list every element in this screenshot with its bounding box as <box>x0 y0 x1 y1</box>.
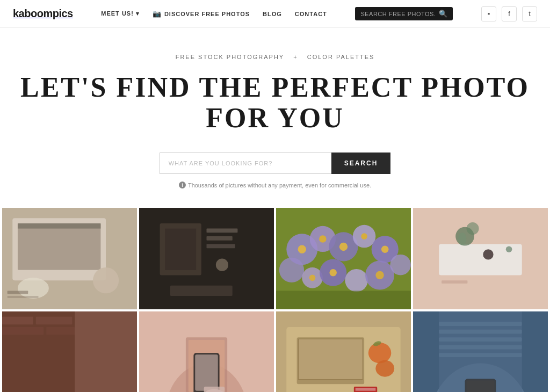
camera-icon: 📷 <box>153 10 162 18</box>
nav-contact[interactable]: CONTACT <box>295 11 327 17</box>
svg-rect-8 <box>139 208 274 309</box>
svg-point-62 <box>204 389 225 392</box>
social-links: ▪ f t <box>481 6 537 21</box>
svg-point-25 <box>345 269 367 292</box>
svg-rect-64 <box>276 311 411 392</box>
svg-point-24 <box>320 259 346 286</box>
svg-rect-3 <box>18 223 100 229</box>
facebook-icon: f <box>508 10 510 18</box>
svg-rect-11 <box>207 229 238 233</box>
header-search-input[interactable] <box>360 11 436 17</box>
svg-point-33 <box>309 275 316 281</box>
photo-cell-7[interactable] <box>276 311 411 392</box>
svg-point-40 <box>455 227 474 246</box>
nav-discover[interactable]: 📷 DISCOVER FREE PHOTOS <box>153 10 250 18</box>
svg-rect-16 <box>276 208 411 309</box>
svg-point-35 <box>375 271 383 279</box>
main-nav: MEET US! 📷 DISCOVER FREE PHOTOS BLOG CON… <box>101 10 327 18</box>
svg-point-44 <box>506 246 512 253</box>
svg-point-22 <box>279 258 304 282</box>
svg-rect-81 <box>439 353 522 357</box>
twitter-icon: t <box>529 10 531 18</box>
svg-rect-79 <box>439 337 522 342</box>
svg-rect-50 <box>36 316 73 324</box>
svg-rect-83 <box>466 380 494 392</box>
svg-rect-66 <box>297 337 365 384</box>
svg-point-26 <box>365 261 394 290</box>
svg-rect-78 <box>439 329 522 333</box>
svg-point-42 <box>458 233 466 245</box>
svg-rect-63 <box>204 387 225 392</box>
hero-search-button[interactable]: SEARCH <box>331 153 391 174</box>
svg-rect-9 <box>160 223 201 275</box>
svg-rect-56 <box>139 311 274 392</box>
photo-cell-5[interactable] <box>2 311 137 392</box>
svg-point-30 <box>339 243 348 251</box>
svg-point-75 <box>429 363 532 392</box>
svg-point-31 <box>361 234 367 240</box>
svg-rect-76 <box>439 311 522 392</box>
svg-rect-68 <box>299 339 363 379</box>
svg-rect-38 <box>413 208 548 309</box>
nav-blog[interactable]: BLOG <box>263 11 282 17</box>
svg-point-28 <box>298 245 306 253</box>
svg-rect-39 <box>439 244 522 275</box>
svg-point-69 <box>368 343 391 364</box>
svg-rect-48 <box>75 311 137 392</box>
svg-point-32 <box>381 246 389 253</box>
svg-rect-6 <box>8 291 28 294</box>
svg-rect-1 <box>12 219 106 281</box>
photo-cell-2[interactable] <box>139 208 274 309</box>
hero-search-input[interactable] <box>160 153 331 174</box>
svg-point-43 <box>483 250 493 260</box>
site-header: kaboompics MEET US! 📷 DISCOVER FREE PHOT… <box>0 0 550 28</box>
svg-point-27 <box>390 255 411 275</box>
svg-rect-60 <box>193 353 219 392</box>
hero-search-form: SEARCH <box>11 153 539 174</box>
hero-section: FREE STOCK PHOTOGRAPHY + COLOR PALETTES … <box>0 28 550 208</box>
svg-rect-84 <box>413 311 548 392</box>
svg-rect-36 <box>276 291 411 309</box>
svg-point-4 <box>93 267 119 293</box>
svg-rect-59 <box>189 340 225 392</box>
logo-text: kaboompics <box>13 8 73 19</box>
photo-cell-3[interactable] <box>276 208 411 309</box>
svg-rect-15 <box>170 286 233 296</box>
svg-rect-47 <box>2 311 75 392</box>
svg-rect-10 <box>165 229 196 270</box>
svg-rect-58 <box>186 337 227 392</box>
twitter-link[interactable]: t <box>522 6 537 21</box>
svg-rect-52 <box>46 327 75 335</box>
svg-point-29 <box>319 236 327 243</box>
photo-cell-4[interactable] <box>413 208 548 309</box>
svg-rect-65 <box>286 327 400 392</box>
svg-rect-49 <box>2 316 33 324</box>
instagram-icon: ▪ <box>488 10 490 18</box>
svg-rect-45 <box>442 281 467 284</box>
photo-grid <box>0 208 550 392</box>
hero-note: i Thousands of pictures without any paym… <box>11 182 539 188</box>
svg-rect-73 <box>356 388 376 391</box>
svg-rect-37 <box>413 208 548 309</box>
svg-rect-0 <box>2 208 137 309</box>
svg-point-23 <box>302 267 323 288</box>
svg-rect-12 <box>207 236 233 241</box>
header-search-bar: 🔍 <box>355 7 453 20</box>
logo[interactable]: kaboompics <box>13 8 73 20</box>
svg-rect-82 <box>465 379 496 392</box>
nav-meet-us[interactable]: MEET US! <box>101 10 140 17</box>
photo-cell-8[interactable] <box>413 311 548 392</box>
facebook-link[interactable]: f <box>502 6 517 21</box>
svg-rect-46 <box>2 311 137 392</box>
svg-point-41 <box>466 222 479 235</box>
photo-cell-1[interactable] <box>2 208 137 309</box>
hero-title: LET'S FIND THE PERFECT PHOTO FOR YOU <box>11 72 539 133</box>
svg-point-21 <box>372 236 399 263</box>
svg-point-34 <box>329 269 337 277</box>
svg-point-18 <box>310 226 336 252</box>
svg-point-17 <box>286 234 317 265</box>
svg-rect-7 <box>8 296 39 298</box>
photo-cell-6[interactable] <box>139 311 274 392</box>
instagram-link[interactable]: ▪ <box>481 6 496 21</box>
svg-point-20 <box>353 225 375 248</box>
